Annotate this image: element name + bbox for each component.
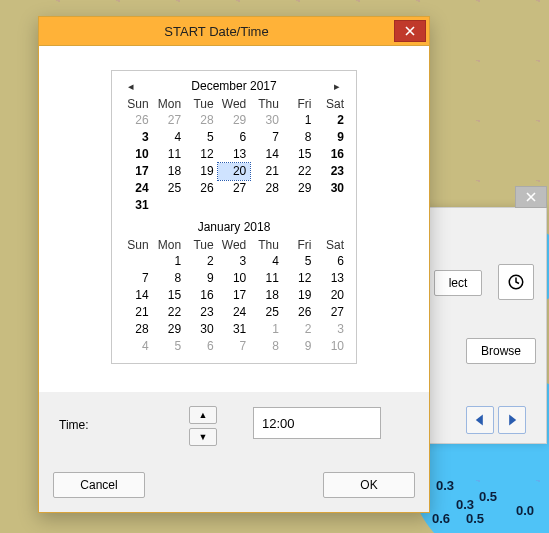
day-cell[interactable]: 15 [283, 146, 316, 163]
day-cell[interactable]: 26 [283, 304, 316, 321]
day-cell[interactable]: 2 [315, 112, 348, 129]
day-cell[interactable]: 27 [153, 112, 186, 129]
day-cell[interactable]: 7 [250, 129, 283, 146]
day-cell[interactable]: 25 [250, 304, 283, 321]
close-icon[interactable] [394, 20, 426, 42]
day-cell[interactable]: 2 [283, 321, 316, 338]
day-cell[interactable]: 27 [218, 180, 251, 197]
day-cell[interactable]: 26 [120, 112, 153, 129]
clock-icon[interactable] [498, 264, 534, 300]
day-cell[interactable]: 13 [315, 270, 348, 287]
day-cell[interactable]: 22 [283, 163, 316, 180]
day-cell[interactable]: 12 [283, 270, 316, 287]
day-cell[interactable]: 27 [315, 304, 348, 321]
day-cell[interactable]: 13 [218, 146, 251, 163]
day-cell[interactable]: 31 [218, 321, 251, 338]
month-title[interactable]: December 2017 [191, 79, 276, 93]
day-cell[interactable]: 24 [218, 304, 251, 321]
day-cell[interactable]: 21 [120, 304, 153, 321]
dow-cell: Wed [218, 97, 251, 111]
day-cell[interactable]: 9 [283, 338, 316, 355]
day-cell[interactable]: 9 [185, 270, 218, 287]
day-cell[interactable]: 25 [153, 180, 186, 197]
day-cell[interactable]: 5 [283, 253, 316, 270]
day-cell[interactable]: 2 [185, 253, 218, 270]
day-cell[interactable]: 28 [250, 180, 283, 197]
day-cell[interactable]: 18 [153, 163, 186, 180]
day-cell[interactable]: 20 [315, 287, 348, 304]
day-cell[interactable]: 22 [153, 304, 186, 321]
select-button[interactable]: lect [434, 270, 482, 296]
week-row: 28293031123 [120, 321, 348, 338]
day-cell[interactable]: 28 [185, 112, 218, 129]
day-cell[interactable]: 6 [315, 253, 348, 270]
next-month-icon[interactable]: ▸ [330, 77, 344, 95]
day-cell[interactable]: 30 [250, 112, 283, 129]
day-cell[interactable]: 3 [120, 129, 153, 146]
next-arrow-button[interactable] [498, 406, 526, 434]
day-cell[interactable]: 3 [315, 321, 348, 338]
day-cell[interactable]: 4 [120, 338, 153, 355]
day-cell[interactable]: 17 [120, 163, 153, 180]
day-cell[interactable]: 19 [283, 287, 316, 304]
day-cell[interactable]: 1 [250, 321, 283, 338]
prev-arrow-button[interactable] [466, 406, 494, 434]
time-step-down[interactable]: ▼ [189, 428, 217, 446]
day-cell[interactable]: 10 [218, 270, 251, 287]
time-input[interactable] [253, 407, 381, 439]
day-cell[interactable]: 8 [153, 270, 186, 287]
time-step-up[interactable]: ▲ [189, 406, 217, 424]
day-cell[interactable]: 24 [120, 180, 153, 197]
day-cell[interactable]: 18 [250, 287, 283, 304]
day-cell[interactable]: 19 [185, 163, 218, 180]
day-cell[interactable]: 1 [153, 253, 186, 270]
day-cell[interactable]: 30 [315, 180, 348, 197]
day-cell[interactable]: 8 [283, 129, 316, 146]
aux-panel: lect Browse [425, 207, 547, 444]
day-cell[interactable]: 23 [315, 163, 348, 180]
day-cell[interactable]: 23 [185, 304, 218, 321]
day-cell[interactable]: 31 [120, 197, 153, 214]
day-cell[interactable]: 1 [283, 112, 316, 129]
day-cell[interactable]: 21 [250, 163, 283, 180]
day-cell[interactable]: 12 [185, 146, 218, 163]
day-cell[interactable]: 16 [315, 146, 348, 163]
close-icon[interactable] [515, 186, 547, 208]
ok-button[interactable]: OK [323, 472, 415, 498]
day-cell[interactable]: 15 [153, 287, 186, 304]
day-cell[interactable]: 10 [120, 146, 153, 163]
week-row: 262728293012 [120, 112, 348, 129]
day-cell[interactable]: 17 [218, 287, 251, 304]
day-cell[interactable]: 11 [153, 146, 186, 163]
day-cell[interactable]: 11 [250, 270, 283, 287]
month-title[interactable]: January 2018 [198, 220, 271, 234]
day-cell[interactable]: 16 [185, 287, 218, 304]
dow-cell: Wed [218, 238, 251, 252]
day-cell[interactable]: 20 [218, 163, 251, 180]
day-cell[interactable]: 14 [250, 146, 283, 163]
browse-button[interactable]: Browse [466, 338, 536, 364]
day-cell[interactable]: 5 [153, 338, 186, 355]
dow-cell: Mon [153, 238, 186, 252]
cancel-button[interactable]: Cancel [53, 472, 145, 498]
day-cell[interactable]: 4 [153, 129, 186, 146]
day-cell[interactable]: 30 [185, 321, 218, 338]
day-cell[interactable]: 7 [218, 338, 251, 355]
day-cell[interactable]: 7 [120, 270, 153, 287]
prev-month-icon[interactable]: ◂ [124, 77, 138, 95]
day-cell[interactable]: 29 [153, 321, 186, 338]
day-cell[interactable]: 28 [120, 321, 153, 338]
day-cell[interactable]: 9 [315, 129, 348, 146]
day-cell[interactable]: 5 [185, 129, 218, 146]
day-cell[interactable]: 10 [315, 338, 348, 355]
day-cell[interactable]: 29 [218, 112, 251, 129]
day-cell[interactable]: 6 [218, 129, 251, 146]
day-cell[interactable]: 29 [283, 180, 316, 197]
day-cell[interactable]: 6 [185, 338, 218, 355]
day-cell[interactable]: 4 [250, 253, 283, 270]
day-cell[interactable]: 26 [185, 180, 218, 197]
day-cell[interactable]: 14 [120, 287, 153, 304]
titlebar[interactable]: START Date/Time [39, 17, 429, 46]
day-cell[interactable]: 8 [250, 338, 283, 355]
day-cell[interactable]: 3 [218, 253, 251, 270]
